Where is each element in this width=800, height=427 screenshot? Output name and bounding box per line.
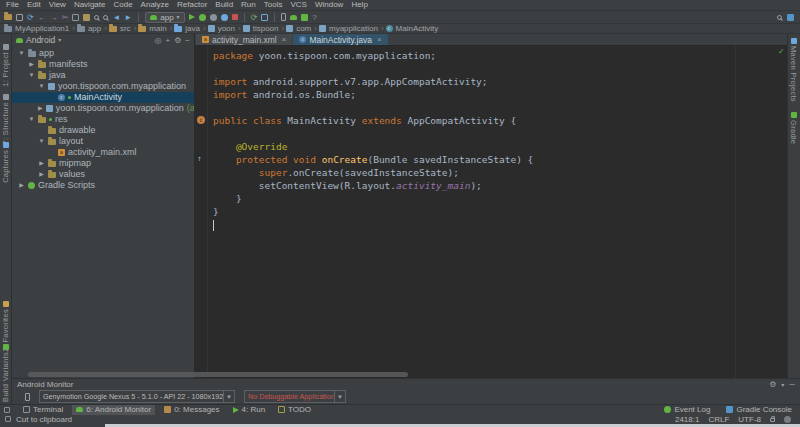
chevron-right-icon[interactable]: ▶ xyxy=(28,59,35,70)
chevron-down-icon[interactable]: ▼ xyxy=(38,81,45,92)
menu-item-tools[interactable]: Tools xyxy=(260,0,287,10)
paste-icon[interactable] xyxy=(83,14,90,21)
line-separator-indicator[interactable]: CRLF xyxy=(708,415,729,424)
menu-item-build[interactable]: Build xyxy=(211,0,237,10)
project-view-selector[interactable]: Android xyxy=(26,35,55,45)
run-config-selector[interactable]: app▾ xyxy=(145,12,184,23)
save-icon[interactable] xyxy=(16,14,23,21)
open-icon[interactable] xyxy=(4,14,12,20)
debuggable-selector-arrow-icon[interactable]: ▼ xyxy=(334,391,345,402)
attach-debugger-button[interactable] xyxy=(221,14,228,21)
plugin-icon[interactable] xyxy=(787,14,794,21)
tool-strip-button-gradle[interactable]: Gradle xyxy=(789,112,798,144)
settings-gear-icon[interactable]: ⚙ xyxy=(174,36,181,45)
collapse-all-icon[interactable]: + xyxy=(165,36,170,45)
close-icon[interactable]: × xyxy=(282,35,287,44)
tool-strip-button-maven-projects[interactable]: Maven Projects xyxy=(789,38,798,102)
menu-item-view[interactable]: View xyxy=(45,0,70,10)
debuggable-process-selector[interactable]: No Debuggable Applications ▼ xyxy=(244,390,346,403)
tool-strip-button----structure[interactable]: 7: Structure xyxy=(1,94,10,144)
tree-row-drawable[interactable]: drawable xyxy=(12,125,194,136)
run-config-chevron-icon[interactable]: ▾ xyxy=(177,13,180,22)
tool-strip-button-captures[interactable]: Captures xyxy=(1,142,10,183)
tree-row-gradle-scripts[interactable]: ▶Gradle Scripts xyxy=(12,180,194,191)
chevron-down-icon[interactable]: ▼ xyxy=(28,114,35,125)
tool-strip-button----project[interactable]: 1: Project xyxy=(1,44,10,87)
chevron-right-icon[interactable]: ▶ xyxy=(38,158,45,169)
menu-item-vcs[interactable]: VCS xyxy=(286,0,310,10)
help-icon[interactable]: ? xyxy=(312,13,316,22)
cut-icon[interactable]: ✂ xyxy=(62,13,69,22)
statusbar-toggle-icon[interactable] xyxy=(5,416,11,422)
breadcrumb-item-yoon[interactable]: yoon xyxy=(208,24,236,33)
breadcrumb-item-myapplication1[interactable]: MyApplication1 xyxy=(4,24,70,33)
run-button[interactable] xyxy=(189,14,195,20)
chevron-right-icon[interactable]: ▶ xyxy=(38,169,45,180)
sdk-manager-icon[interactable] xyxy=(290,15,297,20)
copy-icon[interactable] xyxy=(72,14,79,21)
project-structure-icon[interactable] xyxy=(261,14,268,21)
hector-inspector-icon[interactable] xyxy=(784,416,791,423)
monitor-chevron-down-icon[interactable]: ▾ xyxy=(781,381,784,388)
tree-row-java[interactable]: ▼java xyxy=(12,70,194,81)
toolwindow-button-terminal[interactable]: Terminal xyxy=(19,405,67,415)
tree-row-mipmap[interactable]: ▶mipmap xyxy=(12,158,194,169)
monitor-minimize-icon[interactable]: ─ xyxy=(789,380,795,389)
undo-icon[interactable]: ← xyxy=(38,13,46,22)
hide-panel-icon[interactable]: − xyxy=(185,36,190,45)
redo-icon[interactable]: → xyxy=(50,13,58,22)
menu-item-run[interactable]: Run xyxy=(237,0,260,10)
toolwindow-button-todo[interactable]: TODO xyxy=(274,405,315,415)
code-editor[interactable]: c↑ package yoon.tispoon.com.myapplicatio… xyxy=(195,46,787,378)
chevron-down-icon[interactable]: ▼ xyxy=(28,70,35,81)
search-everywhere-icon[interactable] xyxy=(777,15,782,20)
caret-position[interactable]: 2418:1 xyxy=(675,415,699,424)
toolwindow-button-0--messages[interactable]: 0: Messages xyxy=(160,405,223,415)
menu-item-navigate[interactable]: Navigate xyxy=(70,0,110,10)
menu-item-code[interactable]: Code xyxy=(109,0,136,10)
tool-strip-button-build-variants[interactable]: Build Variants xyxy=(1,344,10,402)
chevron-right-icon[interactable]: ▶ xyxy=(18,180,25,191)
class-marker-icon[interactable]: c xyxy=(197,116,205,124)
chevron-down-icon[interactable]: ▼ xyxy=(38,136,45,147)
toolwindow-button-gradle-console[interactable]: Gradle Console xyxy=(722,405,796,415)
menu-item-analyze[interactable]: Analyze xyxy=(137,0,173,10)
attach-to-android-icon[interactable] xyxy=(301,14,308,21)
breadcrumb-item-mainactivity[interactable]: cMainActivity xyxy=(386,24,440,33)
monitor-settings-gear-icon[interactable]: ⚙ xyxy=(769,380,776,389)
menu-item-file[interactable]: File xyxy=(2,0,23,10)
nav-back-icon[interactable]: ◄ xyxy=(112,13,120,22)
chevron-down-icon[interactable]: ▼ xyxy=(18,48,25,59)
breadcrumb-item-src[interactable]: src xyxy=(109,24,132,33)
coverage-button[interactable] xyxy=(210,14,217,21)
stop-button[interactable] xyxy=(232,14,238,20)
tree-row-values[interactable]: ▶values xyxy=(12,169,194,180)
toolwindow-button-4--run[interactable]: 4: Run xyxy=(229,405,270,415)
chevron-down-icon[interactable]: ▾ xyxy=(58,36,61,45)
readonly-lock-icon[interactable] xyxy=(770,418,775,422)
toolwindow-button-event-log[interactable]: Event Log xyxy=(660,405,714,415)
device-selector-arrow-icon[interactable]: ▼ xyxy=(223,391,234,402)
tree-row-mainactivity[interactable]: cMainActivity xyxy=(12,92,194,103)
tab-mainactivity-java[interactable]: cMainActivity.java× xyxy=(293,34,387,45)
horizontal-scrollbar-thumb[interactable] xyxy=(28,372,408,377)
override-marker-icon[interactable]: ↑ xyxy=(197,155,202,163)
tree-row-app[interactable]: ▼app xyxy=(12,48,194,59)
breadcrumb-item-java[interactable]: java xyxy=(174,24,201,33)
tree-row-res[interactable]: ▼res xyxy=(12,114,194,125)
tree-row-manifests[interactable]: ▶manifests xyxy=(12,59,194,70)
tree-row-activity-main-xml[interactable]: aactivity_main.xml xyxy=(12,147,194,158)
breadcrumb-item-tispoon[interactable]: tispoon xyxy=(243,24,280,33)
tab-activity-main-xml[interactable]: aactivity_main.xml× xyxy=(196,34,292,45)
breadcrumb-item-app[interactable]: app xyxy=(77,24,102,33)
nav-forward-icon[interactable]: ► xyxy=(124,13,132,22)
sync-icon[interactable]: ⟳ xyxy=(27,13,34,22)
replace-icon[interactable] xyxy=(103,15,108,20)
device-selector[interactable]: Genymotion Google Nexus 5 - 5.1.0 - API … xyxy=(39,390,235,403)
tree-row-yoon-tispoon-com-myapplication[interactable]: ▶yoon.tispoon.com.myapplication (android… xyxy=(12,103,194,114)
toolwindow-button-6--android-monitor[interactable]: 6: Android Monitor xyxy=(72,405,155,415)
close-icon[interactable]: × xyxy=(377,35,382,44)
tree-row-yoon-tispoon-com-myapplication[interactable]: ▼yoon.tispoon.com.myapplication xyxy=(12,81,194,92)
breadcrumb-item-myapplication[interactable]: myapplication xyxy=(319,24,379,33)
toolwindow-toggle-icon[interactable] xyxy=(4,407,10,413)
